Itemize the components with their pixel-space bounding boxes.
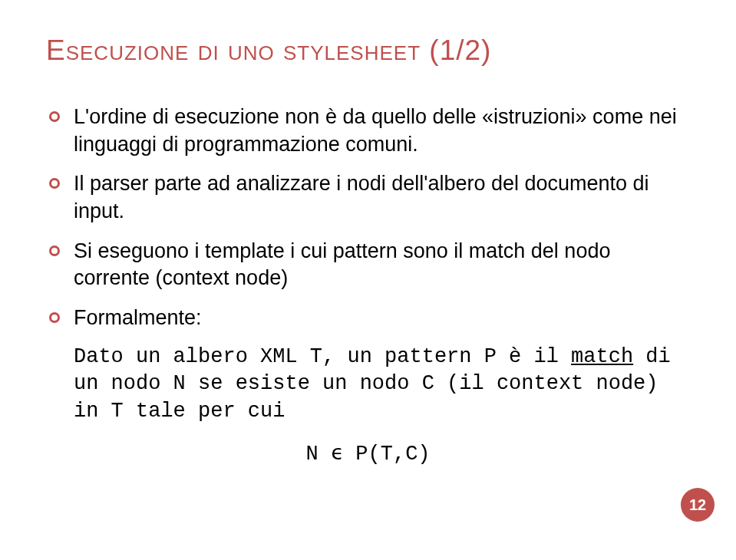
slide: Esecuzione di uno stylesheet (1/2) L'ord… <box>0 0 736 560</box>
bullet-item: Il parser parte ad analizzare i nodi del… <box>46 170 690 225</box>
bullet-list: L'ordine di esecuzione non è da quello d… <box>46 104 690 331</box>
bullet-text: L'ordine di esecuzione non è da quello d… <box>74 105 677 156</box>
bullet-text: Il parser parte ad analizzare i nodi del… <box>74 172 649 222</box>
page-number: 12 <box>681 488 715 522</box>
bullet-text: Formalmente: <box>74 306 202 329</box>
slide-title: Esecuzione di uno stylesheet (1/2) <box>46 35 690 67</box>
formal-definition: Dato un albero XML T, un pattern P è il … <box>46 344 690 424</box>
formula: N ϵ P(T,C) <box>46 440 690 466</box>
formal-text-match: match <box>571 345 633 368</box>
bullet-item: Formalmente: <box>46 305 690 332</box>
bullet-item: L'ordine di esecuzione non è da quello d… <box>46 104 690 158</box>
formal-text-pre: Dato un albero XML T, un pattern P è il <box>74 345 571 368</box>
bullet-text: Si eseguono i template i cui pattern son… <box>74 239 610 290</box>
bullet-item: Si eseguono i template i cui pattern son… <box>46 238 690 292</box>
